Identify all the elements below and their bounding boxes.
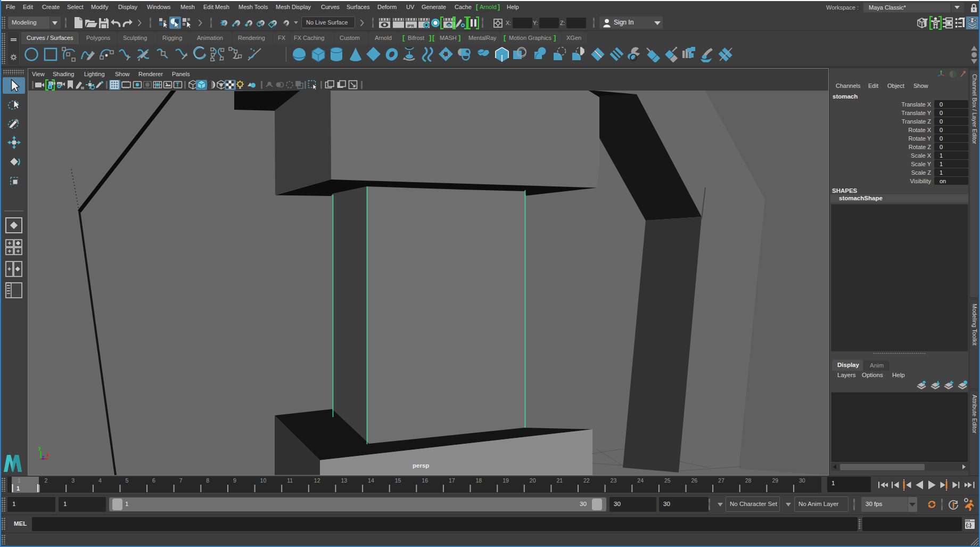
svg-text:persp: persp	[413, 462, 429, 469]
svg-text:24: 24	[637, 477, 644, 484]
svg-text:6: 6	[152, 477, 155, 484]
svg-text:20: 20	[530, 477, 536, 484]
svg-text:11: 11	[287, 477, 293, 484]
svg-text:17: 17	[449, 477, 455, 484]
svg-text:7: 7	[179, 477, 183, 484]
svg-text:21: 21	[556, 477, 563, 484]
svg-text:14: 14	[368, 477, 374, 484]
svg-text:5: 5	[126, 477, 129, 484]
svg-text:27: 27	[718, 477, 724, 484]
svg-text:z: z	[42, 454, 45, 460]
svg-text:T: T	[176, 82, 179, 88]
svg-text:1: 1	[17, 485, 20, 492]
svg-text:8: 8	[206, 477, 209, 484]
svg-text:22: 22	[583, 477, 590, 484]
svg-text:IPR: IPR	[407, 23, 414, 28]
svg-text:25: 25	[664, 477, 671, 484]
svg-text:30: 30	[799, 477, 805, 484]
svg-text:23: 23	[611, 477, 617, 484]
svg-text:18: 18	[476, 477, 482, 484]
svg-text:29: 29	[772, 477, 778, 484]
svg-text:9: 9	[233, 477, 236, 484]
svg-text:16: 16	[422, 477, 428, 484]
svg-text:2: 2	[45, 477, 48, 484]
svg-text:4: 4	[98, 477, 102, 484]
svg-text:26: 26	[691, 477, 698, 484]
svg-text:y: y	[38, 445, 41, 451]
svg-text:x: x	[47, 452, 50, 458]
svg-text:12: 12	[314, 477, 320, 484]
svg-text:1: 1	[18, 477, 21, 484]
svg-text:10: 10	[260, 477, 267, 484]
svg-text:13: 13	[341, 477, 347, 484]
svg-text:28: 28	[745, 477, 752, 484]
svg-text:3: 3	[71, 477, 75, 484]
svg-text:15: 15	[395, 477, 401, 484]
svg-text:19: 19	[503, 477, 509, 484]
